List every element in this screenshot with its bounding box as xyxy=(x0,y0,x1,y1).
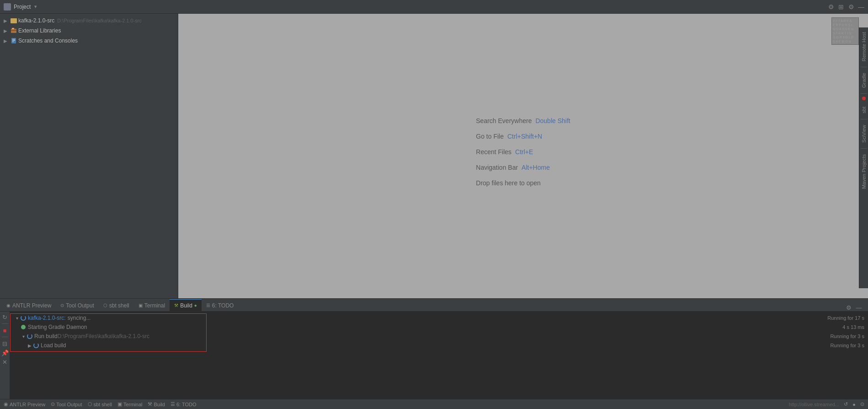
tree-arrow-ext-libs[interactable]: ▶ xyxy=(2,27,9,34)
close-bottom-icon[interactable]: ✕ xyxy=(1,358,9,366)
right-sep-3 xyxy=(861,119,867,119)
todo-status-label: 6: TODO xyxy=(176,402,197,407)
build-status-icon: ⚒ xyxy=(148,401,152,407)
hint-recent: Recent Files Ctrl+E xyxy=(476,148,570,156)
right-sep-2 xyxy=(861,93,867,94)
terminal-status-icon: ▣ xyxy=(117,401,122,407)
minimize-button[interactable]: — xyxy=(858,4,864,10)
todo-icon: ☰ xyxy=(206,303,210,308)
project-tree: ▶ kafka-2.1.0-src D:\ProgramFiles\kafka\… xyxy=(0,14,178,298)
build-item-gradle-daemon[interactable]: Starting Gradle Daemon 4 s 13 ms xyxy=(10,323,868,332)
bottom-area: ◉ ANTLR Preview ⊙ Tool Output ⬡ sbt shel… xyxy=(0,298,868,399)
sbt-status-icon: ⬡ xyxy=(88,401,92,407)
build-arrow-kafka[interactable]: ▾ xyxy=(14,315,20,321)
antlr-status-icon: ◉ xyxy=(4,401,8,407)
status-url: http://ollive.streamed... xyxy=(789,402,840,407)
toolbar-sep-2 xyxy=(2,337,8,337)
hint-search-text: Search Everywhere xyxy=(476,117,532,124)
build-run-build-label: Run build xyxy=(34,333,58,339)
title-bar: Project ▾ ⚙ ⊞ ⚙ — xyxy=(0,0,868,14)
hint-recent-shortcut: Ctrl+E xyxy=(515,148,533,156)
status-todo[interactable]: ☰ 6: TODO xyxy=(170,401,197,407)
build-icon: ⚒ xyxy=(174,303,178,308)
build-run-build-path: D:\ProgramFiles\kafka\kafka-2.1.0-src xyxy=(58,333,149,339)
svg-rect-0 xyxy=(11,29,16,33)
maven-tab[interactable]: Maven Projects xyxy=(860,150,868,194)
settings-button[interactable]: ⚙ xyxy=(828,4,834,10)
editor-thumbnail: 7 7 7 A R K A P R P E R S I N G A D A E … xyxy=(831,17,859,45)
status-tool-output[interactable]: ⊙ Tool Output xyxy=(51,401,82,407)
gear-button[interactable]: ⚙ xyxy=(848,4,854,10)
build-items-container: ▾ kafka-2.1.0-src: syncing... Running fo… xyxy=(10,313,868,350)
project-icon xyxy=(4,3,11,11)
build-arrow-run-build[interactable]: ▾ xyxy=(20,333,27,339)
title-bar-dropdown[interactable]: ▾ xyxy=(34,4,37,10)
status-bar: ◉ ANTLR Preview ⊙ Tool Output ⬡ sbt shel… xyxy=(0,399,868,409)
tree-arrow-kafka[interactable]: ▶ xyxy=(2,17,9,24)
build-status-label: Build xyxy=(154,402,165,407)
build-kafka-status: Running for 17 s xyxy=(827,315,864,321)
tab-todo[interactable]: ☰ 6: TODO xyxy=(202,299,239,311)
tree-arrow-scratches[interactable]: ▶ xyxy=(2,37,9,44)
build-run-build-status: Running for 3 s xyxy=(830,334,864,339)
tab-sbt-shell[interactable]: ⬡ sbt shell xyxy=(99,299,134,311)
ext-lib-icon xyxy=(10,27,17,34)
sciview-tab[interactable]: SciView xyxy=(860,120,868,147)
hint-drop-text: Drop files here to open xyxy=(476,179,541,187)
build-item-load-build[interactable]: ▶ Load build Running for 3 s xyxy=(10,341,868,350)
status-antlr[interactable]: ◉ ANTLR Preview xyxy=(4,401,45,407)
tree-label-kafka-path: D:\ProgramFiles\kafka\kafka-2.1.0-src xyxy=(57,18,142,23)
tree-item-scratches[interactable]: ▶ Scratches and Consoles xyxy=(0,36,178,46)
build-item-run-build[interactable]: ▾ Run build D:\ProgramFiles\kafka\kafka-… xyxy=(10,332,868,341)
terminal-icon: ▣ xyxy=(138,303,143,308)
tab-antlr[interactable]: ◉ ANTLR Preview xyxy=(2,299,56,311)
build-spinner-kafka xyxy=(20,315,27,321)
tab-build[interactable]: ⚒ Build ● xyxy=(170,299,202,311)
editor-hints: Search Everywhere Double Shift Go to Fil… xyxy=(476,117,570,195)
sync-icon[interactable]: ↻ xyxy=(1,313,9,321)
hint-goto-text: Go to File xyxy=(476,133,504,140)
hint-search: Search Everywhere Double Shift xyxy=(476,117,570,124)
tree-item-kafka[interactable]: ▶ kafka-2.1.0-src D:\ProgramFiles\kafka\… xyxy=(0,16,178,26)
right-sep-4 xyxy=(861,148,867,149)
pin-icon[interactable]: 📌 xyxy=(1,349,9,356)
todo-status-icon: ☰ xyxy=(170,401,175,407)
antlr-icon: ◉ xyxy=(6,303,11,308)
status-sbt-shell[interactable]: ⬡ sbt shell xyxy=(88,401,112,407)
filter-icon[interactable]: ⊟ xyxy=(1,340,9,347)
layout-button[interactable]: ⊞ xyxy=(838,4,844,10)
gradle-tab[interactable]: Gradle xyxy=(860,68,868,92)
tab-sbt-label: sbt shell xyxy=(109,302,129,309)
remote-host-tab[interactable]: Remote Host xyxy=(860,27,868,66)
status-terminal[interactable]: ▣ Terminal xyxy=(117,401,143,407)
stop-button[interactable]: ■ xyxy=(1,327,9,334)
status-refresh[interactable]: ↺ xyxy=(844,401,848,407)
sbt-tab[interactable]: sbt xyxy=(860,102,868,118)
hint-goto-shortcut: Ctrl+Shift+N xyxy=(507,133,542,140)
tree-label-scratches: Scratches and Consoles xyxy=(18,38,78,44)
hint-navbar-text: Navigation Bar xyxy=(476,164,518,171)
project-panel: ▶ kafka-2.1.0-src D:\ProgramFiles\kafka\… xyxy=(0,14,178,298)
tab-tool-output[interactable]: ⊙ Tool Output xyxy=(56,299,98,311)
build-output[interactable]: ▾ kafka-2.1.0-src: syncing... Running fo… xyxy=(10,312,868,399)
build-minimize-button[interactable]: — xyxy=(855,304,863,311)
svg-rect-3 xyxy=(11,38,16,43)
tab-terminal[interactable]: ▣ Terminal xyxy=(134,299,170,311)
build-content: ↻ ■ ⊟ 📌 ✕ ▾ kafka-2.1.0-src: syncing xyxy=(0,312,868,399)
build-item-kafka[interactable]: ▾ kafka-2.1.0-src: syncing... Running fo… xyxy=(10,313,868,323)
editor-area[interactable]: Search Everywhere Double Shift Go to Fil… xyxy=(178,14,868,298)
status-dot-2[interactable]: ⊙ xyxy=(860,401,864,407)
tree-item-ext-libs[interactable]: ▶ External Libraries xyxy=(0,26,178,36)
build-daemon-label: Starting Gradle Daemon xyxy=(28,324,87,330)
antlr-status-label: ANTLR Preview xyxy=(10,402,45,407)
status-dot-1[interactable]: ● xyxy=(852,402,856,407)
build-green-dot-daemon xyxy=(20,324,27,330)
svg-rect-1 xyxy=(12,28,14,29)
build-kafka-label: kafka-2.1.0-src: xyxy=(28,315,66,321)
hint-goto: Go to File Ctrl+Shift+N xyxy=(476,133,570,140)
build-spinner-load-build xyxy=(33,342,39,349)
build-settings-button[interactable]: ⚙ xyxy=(845,304,852,311)
build-arrow-load-build[interactable]: ▶ xyxy=(27,342,33,349)
toolbar-sep-1 xyxy=(2,323,8,324)
status-build[interactable]: ⚒ Build xyxy=(148,401,165,407)
